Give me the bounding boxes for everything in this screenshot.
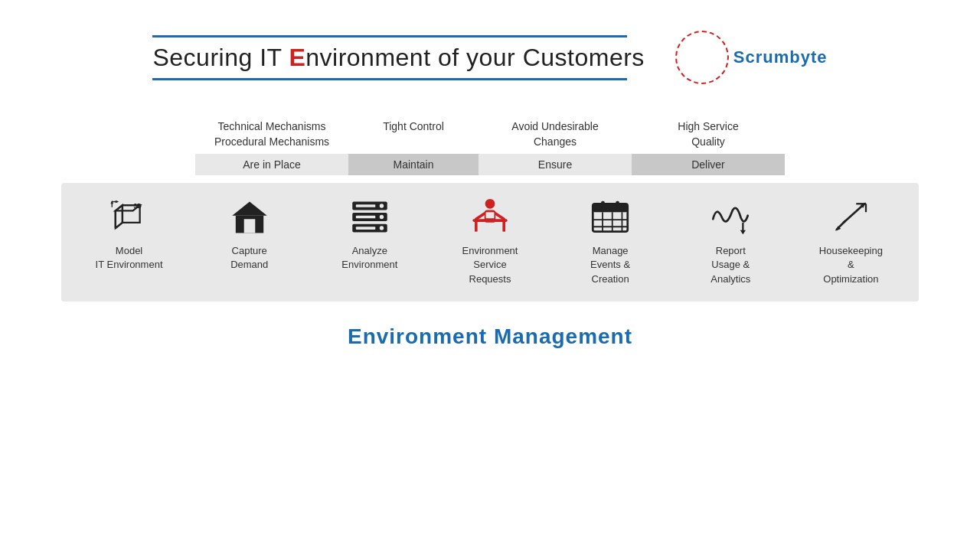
mech-header-3: High ServiceQuality: [632, 115, 785, 154]
mech-cell-1: Maintain: [348, 154, 479, 175]
calendar-grid-icon: [587, 198, 633, 236]
svg-point-17: [380, 215, 384, 219]
process-items-container: 3D ModelIT Environment CaptureDemand: [69, 198, 911, 286]
svg-rect-12: [243, 219, 255, 233]
mechanisms-section: Technical MechanismsProcedural Mechanism…: [0, 115, 980, 175]
svg-rect-27: [475, 222, 478, 232]
svg-rect-33: [616, 201, 619, 208]
process-item-capture: CaptureDemand: [196, 198, 303, 272]
process-label-service: EnvironmentServiceRequests: [462, 244, 518, 286]
svg-rect-19: [356, 204, 375, 207]
mech-header-0: Technical MechanismsProcedural Mechanism…: [195, 115, 348, 154]
process-label-report: ReportUsage &Analytics: [710, 244, 750, 286]
process-item-model: 3D ModelIT Environment: [76, 198, 183, 272]
svg-line-24: [476, 214, 485, 219]
wave-analytics-icon: [707, 198, 753, 236]
svg-rect-28: [502, 222, 505, 232]
svg-line-4: [115, 223, 122, 228]
mech-cell-3: Deliver: [632, 154, 785, 175]
3d-cube-icon: 3D: [106, 198, 152, 236]
process-label-housekeeping: Housekeeping&Optimization: [819, 244, 883, 286]
mech-header-1: Tight Control: [348, 115, 479, 154]
process-item-report: ReportUsage &Analytics: [677, 198, 784, 286]
svg-point-22: [485, 199, 495, 209]
title-block: Securing IT Environment of your Customer…: [152, 35, 644, 80]
svg-rect-32: [601, 201, 605, 208]
svg-marker-10: [232, 202, 266, 216]
svg-rect-29: [486, 212, 495, 218]
process-item-analyze: AnalyzeEnvironment: [316, 198, 423, 272]
svg-point-16: [380, 204, 384, 207]
process-label-model: ModelIT Environment: [96, 244, 163, 272]
logo-circle: [675, 31, 729, 84]
process-item-housekeeping: Housekeeping&Optimization: [797, 198, 904, 286]
svg-point-18: [380, 227, 384, 230]
mech-header-2: Avoid UndesirableChanges: [479, 115, 632, 154]
house-icon: [227, 198, 273, 236]
title-highlight: E: [289, 44, 305, 71]
logo-text: Scrumbyte: [733, 47, 828, 67]
server-stack-icon: [347, 198, 393, 236]
header-section: Securing IT Environment of your Customer…: [0, 0, 980, 99]
person-desk-icon: [467, 198, 513, 236]
process-section: 3D ModelIT Environment CaptureDemand: [61, 183, 919, 302]
svg-text:3D: 3D: [133, 203, 142, 210]
process-item-service: EnvironmentServiceRequests: [436, 198, 544, 286]
svg-rect-26: [472, 219, 507, 222]
svg-rect-20: [356, 216, 375, 219]
svg-marker-9: [115, 201, 119, 204]
arrows-expand-icon: [828, 198, 874, 236]
svg-line-41: [844, 204, 864, 223]
logo: Scrumbyte: [675, 31, 828, 84]
mechanisms-table: Technical MechanismsProcedural Mechanism…: [195, 115, 785, 175]
svg-line-25: [495, 214, 504, 219]
process-label-manage: ManageEvents &Creation: [590, 244, 630, 286]
process-label-analyze: AnalyzeEnvironment: [341, 244, 397, 272]
svg-rect-21: [356, 227, 375, 230]
process-item-manage: ManageEvents &Creation: [557, 198, 664, 286]
title-border-top: [152, 35, 627, 37]
title-border-bottom: [152, 78, 627, 80]
svg-marker-40: [740, 230, 746, 234]
mech-cell-0: Are in Place: [195, 154, 348, 175]
mech-cell-2: Ensure: [479, 154, 632, 175]
process-label-capture: CaptureDemand: [230, 244, 268, 272]
main-title: Securing IT Environment of your Customer…: [152, 44, 644, 72]
bottom-title: Environment Management: [0, 324, 980, 349]
svg-rect-31: [593, 204, 627, 212]
